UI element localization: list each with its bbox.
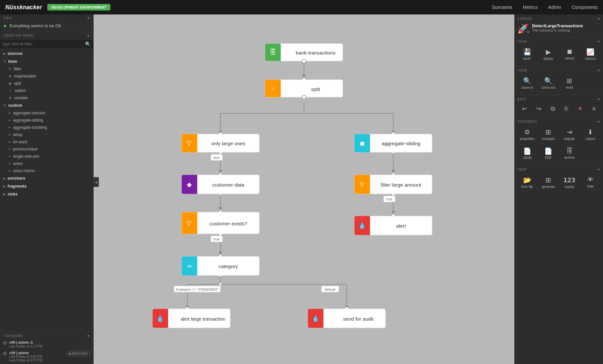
- metrics-button[interactable]: 📈 metrics: [581, 45, 600, 63]
- versions-label: VERSIONS: [3, 334, 23, 338]
- tree-item-union-memo[interactable]: ● union-memo: [0, 167, 93, 174]
- generate-button[interactable]: ⊞ generate: [538, 173, 558, 191]
- base-label: base: [8, 59, 17, 64]
- archive-icon: 🗄: [566, 147, 573, 155]
- agg-session-icon: ●: [9, 111, 10, 115]
- tree-item-mapvariable[interactable]: ✕ mapVariable: [0, 73, 93, 80]
- svg-rect-62: [275, 80, 281, 97]
- nav-admin[interactable]: Admin: [548, 5, 561, 10]
- version-item-v40[interactable]: v40 | admin ⚠ Last Friday at 3:17 PM: [3, 340, 90, 348]
- tree-item-single-side-join[interactable]: ● single-side-join: [0, 153, 93, 160]
- env-badge[interactable]: DEVELOPMENT ENVIRONMENT: [47, 4, 110, 11]
- cancel-label: cancel: [565, 57, 574, 60]
- save-button[interactable]: 💾 save*: [517, 45, 537, 63]
- migrate-button[interactable]: ⇥ migrate: [560, 125, 579, 143]
- node-aggregate-sliding[interactable]: ◼ aggregate-sliding: [354, 134, 432, 152]
- zoom-in-button[interactable]: 🔍 zoom-in: [517, 74, 537, 92]
- pdf-button[interactable]: 📄 PDF: [538, 145, 558, 162]
- properties-button[interactable]: ⚙ properties: [517, 125, 537, 143]
- view-chevron[interactable]: ▼: [597, 40, 600, 43]
- deploy-button[interactable]: ▶ deploy: [538, 45, 558, 63]
- tips-chevron[interactable]: ▼: [87, 16, 90, 20]
- from-file-button[interactable]: 📂 from file: [517, 173, 537, 191]
- reset-label: reset: [566, 86, 573, 89]
- pdf-icon: 📄: [544, 147, 552, 155]
- search-input[interactable]: [3, 42, 83, 46]
- search-icon[interactable]: 🔍: [85, 41, 91, 47]
- node-split[interactable]: ⑂ split: [265, 80, 343, 97]
- creator-panel-title: CREATOR PANEL: [3, 34, 35, 37]
- versions-chevron[interactable]: ▼: [87, 334, 90, 338]
- redo-button[interactable]: ↪: [534, 104, 543, 114]
- nav-components[interactable]: Components: [572, 5, 598, 10]
- copy-button[interactable]: ⧉: [549, 104, 557, 114]
- hide-label: hide: [587, 185, 593, 188]
- archive-button[interactable]: 🗄 archive: [560, 145, 579, 162]
- node-alert[interactable]: 💧 alert: [354, 216, 432, 235]
- node-send-for-audit[interactable]: 💧 send for audit: [308, 309, 385, 328]
- tree-group-enrichers[interactable]: ▶ enrichers: [0, 174, 93, 182]
- test-chevron[interactable]: ▼: [597, 168, 600, 171]
- canvas[interactable]: true true true: [94, 14, 514, 364]
- node-customer-data[interactable]: ◆ customer data: [182, 175, 259, 194]
- node-bank-transactions[interactable]: 🗄 bank-transactions: [265, 44, 343, 61]
- edit-chevron[interactable]: ▼: [597, 98, 600, 101]
- tree-item-union[interactable]: ● union: [0, 160, 93, 167]
- nav-links: Scenarios Metrics Admin Components: [492, 5, 598, 10]
- view-zoom-buttons: 🔍 zoom-in 🔍 zoom-out ⊞ reset: [517, 74, 600, 92]
- compare-button[interactable]: ⊞ compare: [538, 125, 558, 143]
- tree-item-for-each[interactable]: ● for-each: [0, 138, 93, 146]
- import-icon: ⬇: [588, 128, 593, 136]
- nav-scenarios[interactable]: Scenarios: [492, 5, 512, 10]
- tree-group-custom[interactable]: ▼ custom: [0, 102, 93, 109]
- tree-item-aggregate-sliding[interactable]: ● aggregate-sliding: [0, 117, 93, 124]
- zoom-out-button[interactable]: 🔍 zoom-out: [538, 74, 558, 92]
- svg-text:▽: ▽: [187, 140, 192, 147]
- tree-item-variable[interactable]: ✕ variable: [0, 94, 93, 102]
- reset-button[interactable]: ⊞ reset: [560, 74, 579, 92]
- more-button[interactable]: ≡: [590, 104, 598, 114]
- tree-group-fragments[interactable]: ▶ fragments: [0, 182, 93, 190]
- node-customer-exists[interactable]: ▽ customer exists?: [182, 212, 259, 234]
- node-category[interactable]: ⇔ category: [182, 257, 259, 276]
- cancel-button[interactable]: ⏹ cancel: [560, 45, 579, 63]
- tree-item-aggregate-session[interactable]: ● aggregate-session: [0, 109, 93, 117]
- node-only-large-ones[interactable]: ▽ only large ones: [182, 134, 259, 152]
- counts-button[interactable]: 123 counts: [560, 173, 579, 191]
- scenario-section-label: SCENARIO: [517, 120, 537, 124]
- base-expand-icon: ▼: [3, 60, 6, 63]
- node-alert-large-transaction[interactable]: 💧 alert large transaction: [152, 309, 230, 328]
- paste-button[interactable]: ⎘: [563, 104, 570, 114]
- v39-time: Last Friday at 3:06 PM: [9, 355, 64, 358]
- previousvalue-label: previousValue: [13, 147, 37, 151]
- edit-section: EDIT ▼ ↩ ↪ ⧉ ⎘ ✕ ≡: [515, 95, 603, 117]
- json-button[interactable]: 📄 JSON: [517, 145, 537, 162]
- undo-button[interactable]: ↩: [520, 104, 529, 114]
- view-zoom-chevron[interactable]: ▼: [597, 69, 600, 72]
- tree-item-previousvalue[interactable]: ● previousValue: [0, 146, 93, 153]
- tree-item-delay[interactable]: ● delay: [0, 131, 93, 138]
- panel-collapse-btn[interactable]: ◀: [94, 177, 99, 187]
- svg-text:split: split: [311, 86, 320, 92]
- tree-item-split[interactable]: ⊕ split: [0, 80, 93, 87]
- status-chevron[interactable]: ▼: [597, 17, 600, 21]
- nav-metrics[interactable]: Metrics: [523, 5, 538, 10]
- scenario-chevron[interactable]: ▼: [597, 120, 600, 124]
- creator-panel-chevron[interactable]: ▼: [87, 34, 90, 37]
- tree-item-switch[interactable]: → switch: [0, 87, 93, 94]
- hide-button[interactable]: 👁 hide: [581, 173, 600, 191]
- tree-group-sinks[interactable]: ▶ sinks: [0, 190, 93, 198]
- tree-group-base[interactable]: ▼ base: [0, 57, 93, 65]
- deployed-badge: ▶ DEPLOYED: [67, 351, 90, 356]
- svg-text:⑂: ⑂: [271, 85, 275, 92]
- tree-item-aggregate-tumbling[interactable]: ● aggregate-tumbling: [0, 124, 93, 131]
- import-button[interactable]: ⬇ import: [581, 125, 600, 143]
- tree-item-filter[interactable]: ▽ filter: [0, 65, 93, 73]
- status-section-header: STATUS ▼: [517, 17, 600, 21]
- delete-button[interactable]: ✕: [576, 104, 585, 114]
- version-item-v39[interactable]: v39 | admin Last Friday at 3:06 PM Last …: [3, 351, 90, 362]
- svg-point-59: [302, 59, 306, 63]
- fragments-label: fragments: [8, 184, 27, 189]
- node-filter-large-amount[interactable]: ▽ filter large amount: [354, 175, 432, 194]
- tree-group-sources[interactable]: ▶ sources: [0, 50, 93, 57]
